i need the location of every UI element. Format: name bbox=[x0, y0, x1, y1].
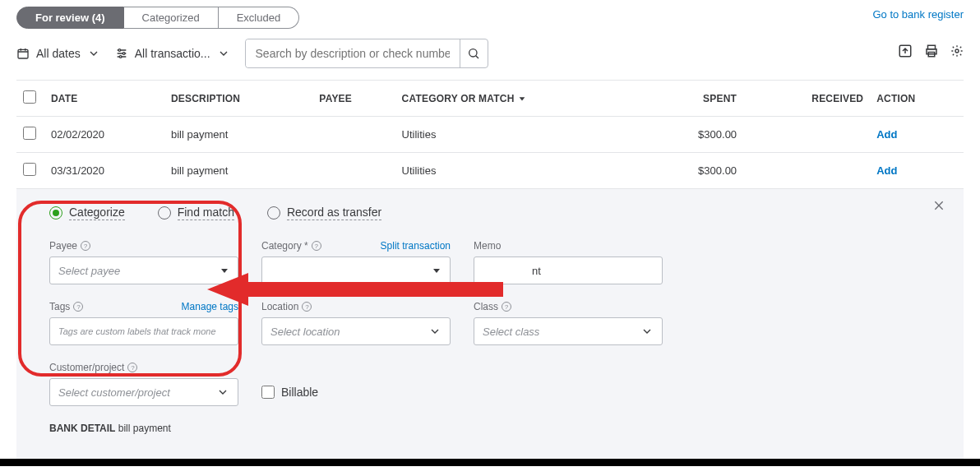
radio-icon bbox=[158, 206, 171, 220]
help-icon[interactable]: ? bbox=[312, 241, 321, 251]
svg-rect-0 bbox=[18, 49, 28, 58]
transaction-detail-panel: Categorize Find match Record as transfer… bbox=[16, 188, 964, 459]
status-tabs: For review (4) Categorized Excluded bbox=[16, 7, 964, 29]
select-all-checkbox[interactable] bbox=[23, 90, 36, 104]
filter-bar: Go to bank register All dates All transa… bbox=[16, 39, 964, 68]
sliders-icon bbox=[115, 47, 128, 60]
chevron-down-icon bbox=[87, 47, 100, 60]
memo-input[interactable]: nt bbox=[474, 256, 663, 284]
svg-point-9 bbox=[955, 49, 959, 53]
radio-label: Find match bbox=[178, 206, 234, 220]
help-icon[interactable]: ? bbox=[127, 363, 137, 372]
cell-spent: $300.00 bbox=[642, 153, 753, 189]
chevron-down-icon bbox=[216, 386, 229, 399]
table-row: 03/31/2020 bill payment Utilities $300.0… bbox=[16, 153, 964, 189]
payee-select[interactable]: Select payee bbox=[49, 256, 238, 284]
search-button[interactable] bbox=[460, 39, 488, 67]
bank-detail-line: BANK DETAIL bill payment bbox=[49, 423, 931, 434]
memo-label: Memo bbox=[474, 240, 663, 252]
radio-categorize[interactable]: Categorize bbox=[49, 206, 125, 220]
cell-category: Utilities bbox=[395, 117, 643, 153]
radio-icon bbox=[267, 206, 280, 220]
col-category[interactable]: CATEGORY OR MATCH bbox=[395, 81, 643, 117]
calendar-icon bbox=[16, 47, 30, 60]
row-checkbox[interactable] bbox=[23, 127, 36, 140]
svg-point-4 bbox=[469, 49, 477, 57]
tags-input[interactable]: Tags are custom labels that track mone bbox=[49, 317, 238, 345]
radio-label: Record as transfer bbox=[287, 206, 381, 220]
svg-point-1 bbox=[118, 49, 121, 52]
tab-for-review[interactable]: For review (4) bbox=[16, 7, 124, 29]
search-icon bbox=[467, 47, 480, 60]
help-icon[interactable]: ? bbox=[73, 302, 83, 312]
class-select[interactable]: Select class bbox=[474, 317, 663, 345]
memo-field: Memo nt bbox=[474, 240, 663, 284]
col-payee[interactable]: PAYEE bbox=[312, 81, 395, 117]
location-label: Location ? bbox=[261, 301, 451, 312]
radio-find-match[interactable]: Find match bbox=[158, 206, 234, 220]
cell-category: Utilities bbox=[395, 153, 643, 189]
col-date[interactable]: DATE bbox=[44, 81, 164, 117]
cell-received bbox=[753, 153, 870, 189]
search-input[interactable] bbox=[246, 39, 460, 67]
location-select[interactable]: Select location bbox=[261, 317, 451, 345]
class-field: Class ? Select class bbox=[474, 301, 663, 345]
billable-checkbox-wrap: Billable bbox=[261, 378, 318, 406]
cell-description: bill payment bbox=[164, 117, 312, 153]
cell-date: 03/31/2020 bbox=[44, 153, 164, 189]
chevron-down-icon bbox=[217, 47, 230, 60]
customer-select[interactable]: Select customer/project bbox=[49, 378, 238, 406]
radio-icon bbox=[49, 206, 62, 220]
location-field: Location ? Select location bbox=[261, 301, 451, 345]
help-icon[interactable]: ? bbox=[502, 302, 511, 312]
tab-categorized[interactable]: Categorized bbox=[124, 7, 219, 29]
radio-label: Categorize bbox=[69, 206, 125, 220]
cell-payee bbox=[312, 117, 395, 153]
bank-register-link[interactable]: Go to bank register bbox=[872, 8, 964, 21]
gear-icon[interactable] bbox=[950, 44, 964, 58]
split-transaction-link[interactable]: Split transaction bbox=[381, 240, 451, 252]
add-action[interactable]: Add bbox=[876, 164, 897, 177]
customer-label: Customer/project ? bbox=[49, 362, 238, 373]
payee-label: Payee ? bbox=[49, 240, 238, 252]
close-icon[interactable] bbox=[932, 199, 945, 215]
cell-description: bill payment bbox=[164, 153, 312, 189]
class-label: Class ? bbox=[474, 301, 663, 312]
svg-point-3 bbox=[119, 56, 122, 58]
txn-filter-label: All transactio... bbox=[135, 47, 210, 60]
print-icon[interactable] bbox=[924, 44, 939, 58]
col-received[interactable]: RECEIVED bbox=[753, 81, 870, 117]
col-spent[interactable]: SPENT bbox=[642, 81, 753, 117]
cell-received bbox=[753, 117, 870, 153]
customer-project-field: Customer/project ? Select customer/proje… bbox=[49, 362, 238, 406]
export-icon[interactable] bbox=[898, 44, 913, 58]
tab-excluded[interactable]: Excluded bbox=[219, 7, 299, 29]
manage-tags-link[interactable]: Manage tags bbox=[182, 301, 238, 312]
taskbar bbox=[0, 459, 980, 466]
transaction-type-filter[interactable]: All transactio... bbox=[115, 47, 230, 60]
chevron-down-icon bbox=[640, 325, 654, 338]
chevron-down-icon bbox=[220, 266, 229, 275]
tags-field: Tags ? Manage tags Tags are custom label… bbox=[49, 301, 238, 345]
date-filter-label: All dates bbox=[36, 47, 81, 60]
cell-payee bbox=[312, 153, 395, 189]
help-icon[interactable]: ? bbox=[302, 302, 312, 312]
col-description[interactable]: DESCRIPTION bbox=[164, 81, 312, 117]
table-row: 02/02/2020 bill payment Utilities $300.0… bbox=[16, 117, 964, 153]
date-filter[interactable]: All dates bbox=[16, 47, 100, 60]
billable-label: Billable bbox=[281, 386, 318, 399]
transactions-table: DATE DESCRIPTION PAYEE CATEGORY OR MATCH… bbox=[16, 80, 964, 188]
radio-record-transfer[interactable]: Record as transfer bbox=[267, 206, 381, 220]
row-checkbox[interactable] bbox=[23, 163, 36, 176]
chevron-down-icon bbox=[432, 266, 441, 275]
billable-checkbox[interactable] bbox=[261, 386, 275, 399]
help-icon[interactable]: ? bbox=[81, 241, 90, 251]
category-select[interactable] bbox=[261, 256, 451, 284]
chevron-down-icon bbox=[428, 325, 441, 338]
category-field: Category * ? Split transaction bbox=[261, 240, 451, 284]
search-box bbox=[245, 39, 488, 68]
payee-field: Payee ? Select payee bbox=[49, 240, 238, 284]
add-action[interactable]: Add bbox=[876, 128, 897, 141]
cell-spent: $300.00 bbox=[642, 117, 753, 153]
action-radio-group: Categorize Find match Record as transfer bbox=[49, 206, 931, 220]
